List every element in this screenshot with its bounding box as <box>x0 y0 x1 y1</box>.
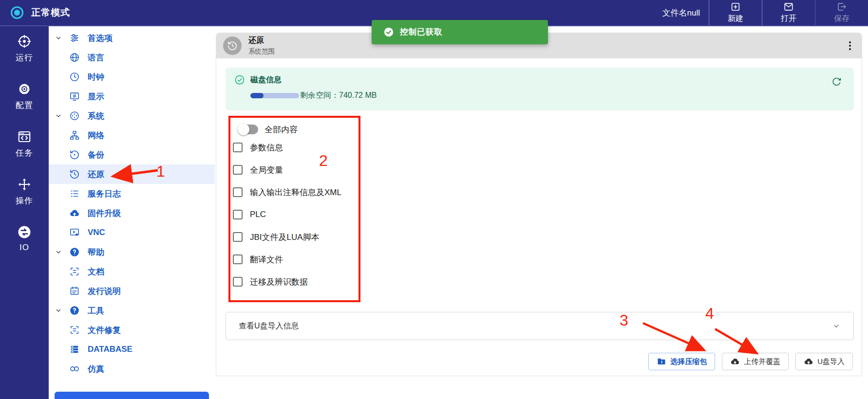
disk-info-title-row: 磁盘信息 <box>234 74 845 85</box>
app-root: 正常模式 文件名null 新建 打开 保存 运行 配置 <box>0 0 868 399</box>
menu-item-docs[interactable]: 文档 <box>49 262 215 281</box>
menu-item-backup[interactable]: 备份 <box>49 145 215 164</box>
checkbox-params[interactable] <box>233 143 243 152</box>
menu-item-network[interactable]: 网络 <box>49 126 215 145</box>
gear-icon <box>17 82 32 96</box>
mode-status-dot <box>14 10 20 16</box>
doc-scan-icon <box>69 325 80 335</box>
select-archive-button[interactable]: 选择压缩包 <box>648 353 715 370</box>
menu-item-label: VNC <box>88 228 105 237</box>
menu-item-help[interactable]: 帮助 <box>49 242 215 262</box>
rail-item-io-label: IO <box>19 243 29 253</box>
menu-item-clock[interactable]: 时钟 <box>49 67 215 87</box>
checkbox-label: 迁移及辨识数据 <box>250 276 308 288</box>
rail-item-task[interactable]: 任务 <box>16 129 33 159</box>
menu-item-tools[interactable]: 工具 <box>49 301 215 320</box>
all-content-row: 全部内容 <box>239 124 359 135</box>
menu-item-label: 仿真 <box>88 363 104 375</box>
display-icon <box>69 91 80 102</box>
panel-subtitle: 系统范围 <box>248 47 275 56</box>
menu-item-vnc[interactable]: VNC <box>49 223 215 242</box>
globe-icon <box>69 52 80 63</box>
menu-item-display[interactable]: 显示 <box>49 87 215 106</box>
move-arrows-icon <box>17 177 32 192</box>
chevron-down-icon <box>55 112 62 120</box>
new-button[interactable]: 新建 <box>709 0 762 25</box>
task-window-icon <box>17 129 32 144</box>
nav-rail: 运行 配置 任务 操作 IO <box>0 26 49 399</box>
menu-item-label: 时钟 <box>88 72 104 83</box>
all-content-toggle[interactable] <box>239 125 258 134</box>
menu-item-label: 语言 <box>88 52 104 63</box>
open-button-label: 打开 <box>781 14 796 24</box>
usb-import-button-label: U盘导入 <box>817 357 845 366</box>
menu-item-service-log[interactable]: 服务日志 <box>49 184 215 203</box>
menu-item-label: 文件修复 <box>88 325 121 336</box>
menu-item-label: 系统 <box>88 110 104 122</box>
check-circle-icon <box>234 74 245 85</box>
menu-item-system[interactable]: 系统 <box>49 106 215 126</box>
mode-status-icon <box>11 6 23 19</box>
checkbox-translation[interactable] <box>233 254 243 264</box>
menu-item-label: 固件升级 <box>88 208 121 219</box>
side-menu: 首选项 语言 时钟 显示 系统 网络 备 <box>49 26 215 399</box>
checkbox-jbi-lua[interactable] <box>233 232 243 242</box>
system-circle-icon <box>69 110 80 121</box>
usb-import-accordion-label: 查看U盘导入信息 <box>239 321 299 331</box>
chevron-down-icon <box>55 248 62 256</box>
menu-item-firmware-upgrade[interactable]: 固件升级 <box>49 203 215 223</box>
rail-item-operate[interactable]: 操作 <box>16 177 33 206</box>
checkbox-label: 输入输出注释信息及XML <box>250 187 341 198</box>
panel-header-text: 还原 系统范围 <box>248 36 275 56</box>
menu-item-label: 服务日志 <box>88 188 121 200</box>
checkbox-row: PLC <box>232 210 359 219</box>
rail-item-io[interactable]: IO <box>17 225 32 253</box>
menu-item-file-repair[interactable]: 文件修复 <box>49 320 215 340</box>
calendar-icon <box>69 286 80 296</box>
annotation-number-1: 1 <box>156 163 165 179</box>
kebab-menu-icon[interactable] <box>847 39 853 52</box>
checkbox-row: JBI文件及LUA脚本 <box>232 232 359 242</box>
menu-item-label: DATABASE <box>88 345 132 354</box>
toast-label: 控制已获取 <box>400 27 443 37</box>
menu-item-restore[interactable]: 还原 <box>49 164 215 184</box>
checkbox-row: 全局变量 <box>232 165 359 175</box>
checkbox-label: 参数信息 <box>250 142 283 153</box>
checkbox-plc[interactable] <box>233 210 243 219</box>
panel-avatar <box>223 36 242 55</box>
sidebar-footer-button[interactable] <box>55 392 209 399</box>
checkbox-global-vars[interactable] <box>233 165 243 175</box>
main-content: 还原 系统范围 磁盘信息 剩余空间：740.72 MB <box>215 26 868 399</box>
rail-item-run[interactable]: 运行 <box>16 34 33 63</box>
io-exchange-icon <box>17 225 32 239</box>
vnc-screen-icon <box>69 227 80 238</box>
checkbox-row: 迁移及辨识数据 <box>232 277 359 287</box>
upload-overwrite-button[interactable]: 上传并覆盖 <box>722 353 789 370</box>
menu-item-release-notes[interactable]: 发行说明 <box>49 281 215 301</box>
disk-info-panel: 磁盘信息 剩余空间：740.72 MB <box>226 68 854 110</box>
refresh-icon[interactable] <box>831 76 842 88</box>
save-button[interactable]: 保存 <box>815 0 868 25</box>
rail-item-operate-label: 操作 <box>16 195 33 206</box>
checkbox-label: 翻译文件 <box>250 254 283 265</box>
menu-item-language[interactable]: 语言 <box>49 48 215 67</box>
all-content-label: 全部内容 <box>264 124 298 135</box>
menu-item-preferences[interactable]: 首选项 <box>49 28 215 48</box>
usb-import-accordion[interactable]: 查看U盘导入信息 <box>226 312 854 340</box>
brand: 正常模式 <box>0 6 70 19</box>
menu-item-simulation[interactable]: 仿真 <box>49 359 215 379</box>
checkbox-io-comments-xml[interactable] <box>233 187 243 197</box>
menu-item-label: 显示 <box>88 91 104 102</box>
usb-import-button[interactable]: U盘导入 <box>795 353 853 370</box>
checkbox-migration-ident[interactable] <box>233 277 243 287</box>
disk-remaining-label: 剩余空间：740.72 MB <box>300 91 377 101</box>
menu-item-label: 还原 <box>88 169 104 180</box>
open-button[interactable]: 打开 <box>762 0 815 25</box>
upload-overwrite-button-label: 上传并覆盖 <box>744 357 780 366</box>
menu-item-database[interactable]: DATABASE <box>49 340 215 359</box>
panel-title: 还原 <box>248 36 275 46</box>
doc-scan-icon <box>69 266 80 277</box>
menu-item-label: 发行说明 <box>88 286 121 297</box>
annotation-number-3: 3 <box>620 312 628 328</box>
rail-item-config[interactable]: 配置 <box>16 82 33 111</box>
